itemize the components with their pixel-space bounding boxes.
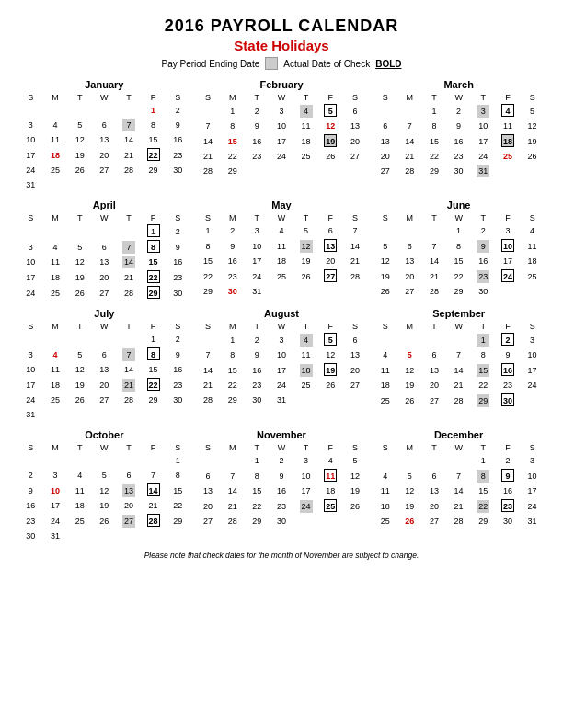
day-header: S [166,321,190,332]
day-cell: 6 [196,468,221,483]
day-cell: 5 [520,103,545,119]
day-cell: 25 [496,149,521,164]
day-cell: 9 [245,347,270,362]
day-cell: 10 [520,347,545,362]
day-cell: 13 [422,362,447,378]
day-cell: 8 [471,468,496,483]
day-cell: 9 [446,119,471,133]
day-cell: 16 [220,254,245,268]
day-cell: 21 [141,498,166,513]
day-cell: 7 [117,347,142,362]
day-cell: 29 [471,514,496,529]
day-cell: 9 [245,119,270,133]
day-cell [397,103,422,119]
day-cell: 15 [220,362,245,378]
day-cell: 7 [397,119,422,133]
day-header: T [67,442,92,453]
legend: Pay Period Ending Date Actual Date of Ch… [18,57,545,70]
day-header: T [117,92,142,103]
day-cell: 21 [446,498,471,514]
day-cell: 4 [293,103,318,119]
day-cell: 10 [270,347,294,362]
day-cell [18,103,43,118]
day-header: S [373,92,397,103]
day-cell [18,453,43,468]
day-header: S [343,321,368,332]
day-cell: 28 [397,164,422,178]
day-header: T [117,442,142,453]
day-cell [422,223,447,238]
day-cell [496,164,521,178]
day-cell: 1 [422,103,447,119]
day-cell: 2 [245,332,270,347]
day-cell: 14 [196,362,221,378]
day-header: T [67,321,92,332]
day-cell: 1 [166,453,190,468]
day-header: W [92,442,117,453]
day-cell: 3 [18,239,43,255]
day-cell: 21 [117,377,142,392]
day-cell: 11 [43,255,68,269]
day-header: T [422,442,447,453]
day-header: T [422,212,447,223]
month-november: NovemberSMTWTFS1234567891011121314151617… [196,429,368,543]
day-cell: 22 [446,268,471,284]
day-cell: 31 [43,529,68,543]
day-cell: 25 [67,513,92,529]
day-cell: 14 [220,483,245,498]
day-cell: 30 [471,284,496,299]
day-cell: 13 [343,119,368,133]
day-cell: 19 [373,268,397,284]
day-cell: 10 [293,468,318,483]
day-header: W [446,92,471,103]
day-cell: 17 [293,483,318,498]
day-cell: 29 [446,284,471,299]
day-cell: 31 [18,407,43,422]
day-header: M [397,212,422,223]
day-cell: 23 [220,268,245,284]
day-cell: 27 [92,285,117,301]
day-cell: 4 [496,103,521,119]
day-header: F [318,321,343,332]
day-cell: 28 [422,284,447,299]
day-cell: 19 [92,498,117,513]
day-cell [318,514,343,529]
day-cell [18,332,43,347]
day-cell: 6 [422,347,447,362]
day-header: T [117,212,142,223]
day-cell: 1 [141,332,166,347]
day-header: F [318,442,343,453]
day-cell: 9 [18,483,43,498]
day-header: S [166,442,190,453]
day-cell: 16 [166,255,190,269]
day-cell: 17 [18,269,43,285]
month-title: November [196,429,368,440]
day-cell: 20 [92,377,117,392]
day-header: S [520,442,545,453]
day-cell: 30 [245,392,270,407]
day-cell: 26 [293,268,318,284]
day-cell: 15 [245,483,270,498]
day-cell [318,164,343,178]
day-cell: 30 [166,285,190,301]
day-cell: 16 [471,254,496,268]
day-cell [141,453,166,468]
day-cell: 20 [343,362,368,378]
day-cell: 27 [422,392,447,408]
day-header: W [92,321,117,332]
day-cell: 15 [471,362,496,378]
day-cell: 19 [318,133,343,149]
month-title: January [18,79,190,90]
day-cell [293,392,318,407]
day-cell: 16 [446,133,471,149]
day-cell: 5 [67,347,92,362]
day-cell: 14 [446,362,471,378]
day-cell: 20 [318,254,343,268]
legend-shade-box [265,57,278,70]
day-cell: 27 [117,513,142,529]
day-header: S [520,92,545,103]
day-cell: 18 [43,269,68,285]
day-cell: 26 [67,163,92,177]
day-cell [92,332,117,347]
day-cell: 10 [43,483,68,498]
